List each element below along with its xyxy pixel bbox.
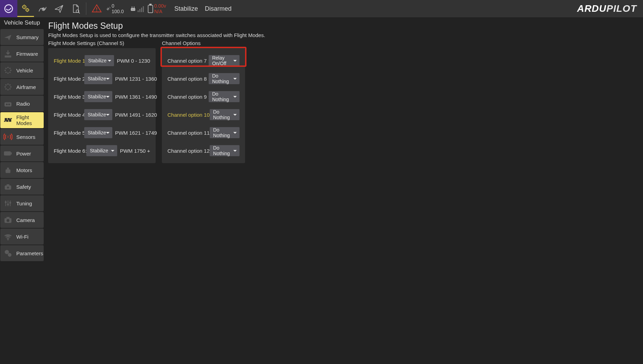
sidebar-item-radio[interactable]: Radio bbox=[0, 96, 44, 112]
flight-mode-pwm: PWM 1491 - 1620 bbox=[115, 112, 157, 118]
sidebar-item-sensors[interactable]: Sensors bbox=[0, 129, 44, 145]
svg-point-36 bbox=[7, 136, 9, 138]
gears-icon bbox=[20, 3, 31, 14]
channel-option-label: Channel option 9 : bbox=[167, 94, 206, 100]
flight-mode-select[interactable]: Stabilize bbox=[85, 55, 114, 66]
svg-rect-38 bbox=[11, 153, 11, 154]
sections: Flight Mode Settings (Channel 5) Flight … bbox=[48, 40, 639, 163]
flight-mode-row: Flight Mode 5:StabilizePWM 1621 - 1749 bbox=[54, 127, 150, 138]
rc-remote-icon bbox=[129, 5, 138, 13]
sidebar: Vehicle Setup Summary Firmware Vehicle A… bbox=[0, 17, 44, 364]
svg-point-18 bbox=[10, 70, 11, 71]
svg-point-50 bbox=[5, 250, 9, 254]
svg-point-6 bbox=[43, 9, 44, 10]
gps-status-button[interactable]: 0 100.0 bbox=[105, 0, 127, 17]
sidebar-item-label: Safety bbox=[16, 184, 31, 190]
svg-point-24 bbox=[6, 68, 7, 69]
gps-text: 0 100.0 bbox=[112, 3, 127, 14]
channel-options-column: Channel Options Channel option 7 :Relay … bbox=[162, 40, 245, 163]
channel-option-label: Channel option 12 : bbox=[167, 148, 207, 154]
sidebar-item-label: Airframe bbox=[16, 84, 36, 90]
camera-icon bbox=[3, 215, 13, 225]
app-logo-button[interactable] bbox=[0, 0, 17, 17]
loading-dots-icon bbox=[3, 65, 13, 75]
svg-point-34 bbox=[6, 104, 8, 105]
sidebar-item-label: Sensors bbox=[16, 134, 35, 140]
arm-status[interactable]: Disarmed bbox=[201, 5, 235, 12]
channel-option-select[interactable]: Do Nothing bbox=[209, 73, 240, 84]
svg-point-26 bbox=[10, 86, 11, 87]
sidebar-item-firmware[interactable]: Firmware bbox=[0, 46, 44, 62]
channel-option-select[interactable]: Do Nothing bbox=[210, 127, 240, 138]
flight-mode-row: Flight Mode 1:StabilizePWM 0 - 1230 bbox=[54, 55, 150, 66]
sidebar-item-tuning[interactable]: Tuning bbox=[0, 195, 44, 211]
svg-point-27 bbox=[7, 89, 8, 90]
channel-option-select[interactable]: Do Nothing bbox=[210, 145, 240, 156]
sidebar-item-label: Flight Modes bbox=[16, 114, 44, 126]
sidebar-item-camera[interactable]: Camera bbox=[0, 212, 44, 228]
flight-mode-row: Flight Mode 6:StabilizePWM 1750 + bbox=[54, 145, 150, 156]
channel-option-select[interactable]: Relay On/Off bbox=[209, 55, 240, 66]
svg-point-17 bbox=[7, 67, 8, 68]
flight-mode-select[interactable]: Stabilize bbox=[84, 127, 112, 138]
waveform-icon bbox=[3, 115, 13, 125]
document-icon bbox=[70, 3, 81, 14]
sidebar-item-airframe[interactable]: Airframe bbox=[0, 79, 44, 95]
channel-option-label: Channel option 7 : bbox=[167, 58, 206, 64]
sidebar-item-vehicle[interactable]: Vehicle bbox=[0, 62, 44, 78]
svg-point-44 bbox=[7, 204, 9, 205]
sidebar-item-summary[interactable]: Summary bbox=[0, 29, 44, 45]
waypoint-icon bbox=[37, 3, 48, 14]
svg-rect-11 bbox=[132, 7, 132, 8]
analyze-view-button[interactable] bbox=[67, 0, 84, 17]
channel-options-title: Channel Options bbox=[162, 40, 245, 48]
battery-volts: 0.00v bbox=[154, 3, 166, 9]
flight-mode-value: Stabilize bbox=[88, 112, 106, 117]
flight-mode-status[interactable]: Stabilize bbox=[171, 5, 201, 12]
fly-view-button[interactable] bbox=[51, 0, 67, 17]
svg-point-30 bbox=[9, 88, 10, 89]
svg-point-29 bbox=[9, 85, 10, 86]
messages-button[interactable] bbox=[88, 0, 105, 17]
flight-mode-label: Flight Mode 4: bbox=[54, 112, 81, 118]
wifi-icon bbox=[3, 232, 13, 241]
battery-status-button[interactable]: 0.00v N/A bbox=[147, 0, 171, 17]
channel-option-label: Channel option 8 : bbox=[167, 76, 206, 82]
flight-mode-settings-panel: Flight Mode 1:StabilizePWM 0 - 1230Fligh… bbox=[48, 48, 156, 163]
svg-point-14 bbox=[133, 9, 134, 10]
sidebar-item-parameters[interactable]: Parameters bbox=[0, 245, 44, 261]
sidebar-item-label: Motors bbox=[16, 167, 32, 173]
chevron-down-icon bbox=[111, 150, 114, 152]
sidebar-item-motors[interactable]: Motors bbox=[0, 162, 44, 178]
sidebar-item-label: Parameters bbox=[16, 250, 43, 256]
battery-na: N/A bbox=[154, 9, 166, 14]
channel-options-panel: Channel option 7 :Relay On/OffChannel op… bbox=[162, 48, 245, 163]
flight-mode-select[interactable]: Stabilize bbox=[84, 91, 112, 102]
svg-rect-42 bbox=[7, 185, 9, 186]
sidebar-item-power[interactable]: Power bbox=[0, 145, 44, 161]
sidebar-item-wifi[interactable]: Wi-Fi bbox=[0, 229, 44, 245]
rc-signal-button[interactable] bbox=[127, 0, 147, 17]
vehicle-setup-button[interactable] bbox=[17, 0, 34, 17]
plan-view-button[interactable] bbox=[34, 0, 51, 17]
flight-mode-select[interactable]: Stabilize bbox=[86, 145, 117, 156]
svg-point-20 bbox=[5, 70, 6, 71]
gps-hdop: 100.0 bbox=[112, 9, 124, 14]
flight-mode-select[interactable]: Stabilize bbox=[84, 73, 112, 84]
sidebar-item-safety[interactable]: Safety bbox=[0, 179, 44, 195]
svg-point-22 bbox=[9, 72, 10, 73]
svg-point-8 bbox=[96, 10, 97, 11]
flight-mode-select[interactable]: Stabilize bbox=[84, 109, 112, 120]
channel-option-value: Relay On/Off bbox=[212, 55, 233, 66]
sidebar-item-label: Firmware bbox=[16, 51, 38, 57]
svg-point-45 bbox=[9, 202, 11, 204]
channel-option-value: Do Nothing bbox=[213, 127, 233, 138]
chevron-down-icon bbox=[233, 114, 237, 116]
flight-mode-label: Flight Mode 1: bbox=[54, 58, 82, 64]
svg-point-31 bbox=[6, 88, 7, 89]
flight-mode-pwm: PWM 1621 - 1749 bbox=[115, 130, 157, 136]
channel-option-select[interactable]: Do Nothing bbox=[209, 91, 240, 102]
sidebar-item-flight-modes[interactable]: Flight Modes bbox=[0, 112, 44, 128]
channel-option-select[interactable]: Do Nothing bbox=[210, 109, 240, 120]
svg-point-0 bbox=[5, 5, 12, 12]
